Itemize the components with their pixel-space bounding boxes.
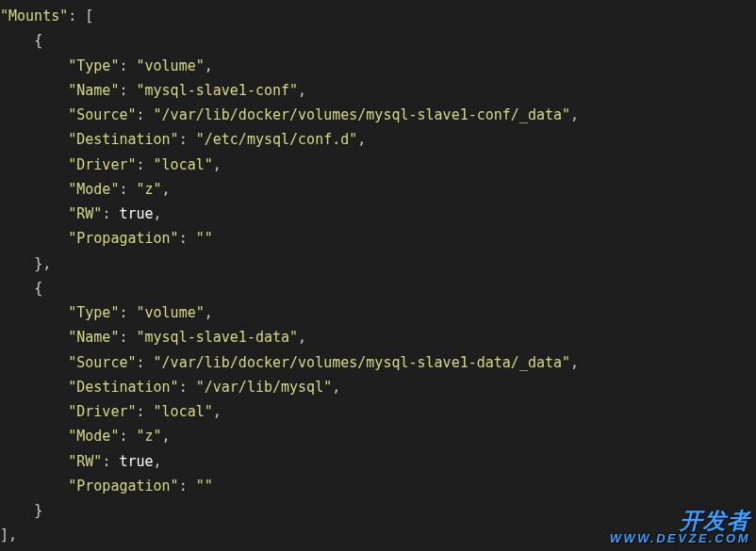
json-code-block: "Mounts": [ { "Type": "volume", "Name": … bbox=[0, 0, 756, 548]
